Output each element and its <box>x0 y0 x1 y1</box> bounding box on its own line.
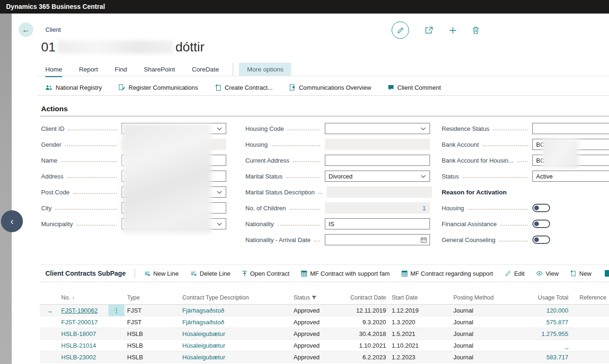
chevron-down-icon[interactable] <box>421 127 426 130</box>
section-separator <box>40 116 609 116</box>
expand-panel-button[interactable]: ‹ <box>1 210 23 232</box>
contract-no-link[interactable]: HSLB-18007 <box>61 330 96 337</box>
chevron-down-icon[interactable] <box>217 191 222 194</box>
contract-no-link[interactable]: FJST-190062 <box>61 307 98 314</box>
nationality-field[interactable]: IS <box>325 218 430 229</box>
delete-line-button[interactable]: Delete Line <box>190 270 230 277</box>
edit-list-button[interactable]: Edit <box>505 270 524 277</box>
cell-description-link[interactable]: Húsaleigubætur <box>182 342 225 349</box>
arrival-date-field[interactable] <box>325 234 430 245</box>
cell-type: FJST <box>124 307 182 314</box>
col-start-date[interactable]: Start Date <box>386 294 447 301</box>
cell-description-link[interactable]: Fjárhagsaðstoð <box>182 319 224 326</box>
table-row[interactable]: HSLB-18007 HSLB Húsaleigubætur Approved … <box>40 328 609 340</box>
cell-usage-total: _ <box>534 342 568 349</box>
chevron-down-icon[interactable] <box>421 175 426 178</box>
tab-sharepoint[interactable]: SharePoint <box>144 66 175 73</box>
create-contract-action[interactable]: Create Contract... <box>215 84 273 91</box>
cell-posting-method: Journal <box>447 342 534 349</box>
field-housing: Housing <box>245 139 430 150</box>
table-row[interactable]: HSLB-21014 HSLB Húsaleigubætur Approved … <box>40 340 609 351</box>
cell-usage-total: 120.000 <box>534 307 568 314</box>
tab-report[interactable]: Report <box>79 66 98 73</box>
col-type[interactable]: Type <box>124 294 182 301</box>
cell-description-link[interactable]: Fjárhagsaðstoð <box>182 307 224 314</box>
mf-contract-support-fam-button[interactable]: MF Contract with support fam <box>301 270 390 277</box>
communications-overview-action[interactable]: Communications Overview <box>289 84 371 91</box>
reason-for-activation-title: Reason for Activation <box>442 186 609 198</box>
no-of-children-field: 1 <box>325 202 430 214</box>
calendar-icon[interactable] <box>421 237 427 243</box>
trash-icon <box>473 27 479 34</box>
cell-contract-date: 1.10.2021 <box>346 342 386 349</box>
national-registry-action[interactable]: National Registry <box>45 84 102 91</box>
field-bank-account: Bank Account BC <box>442 139 609 150</box>
col-posting-method[interactable]: Posting Method <box>447 294 534 301</box>
cell-posting-method: Journal <box>447 307 534 314</box>
chevron-left-icon: ‹ <box>10 216 14 227</box>
col-contract-type-description[interactable]: Contract Type Description <box>182 294 294 301</box>
mf-contract-regarding-support-button[interactable]: MF Contract regarding support <box>401 270 493 277</box>
chevron-down-icon[interactable] <box>217 222 222 226</box>
filter-icon <box>312 296 316 300</box>
client-comment-action[interactable]: Client Comment <box>388 84 441 91</box>
table-row[interactable]: FJST-200017 FJST Fjárhagsaðstoð Approved… <box>40 316 609 328</box>
col-contract-date[interactable]: Contract Date <box>346 294 386 301</box>
cell-start-date: 1.5.2021 <box>386 330 447 337</box>
document-overview-icon <box>289 84 295 91</box>
left-collapsed-panel[interactable] <box>0 14 12 364</box>
delete-button[interactable] <box>473 27 479 34</box>
tab-home[interactable]: Home <box>45 66 62 73</box>
action-menu-bar: National Registry Register Communication… <box>45 80 441 94</box>
redacted-bank-data <box>542 138 579 168</box>
col-no[interactable]: No.↑ <box>61 294 108 301</box>
status-field[interactable]: Active <box>532 171 609 182</box>
table-row[interactable]: HSLB-23002 HSLB Húsaleigubætur Approved … <box>40 351 609 363</box>
contract-no-link[interactable]: FJST-200017 <box>61 319 98 326</box>
table-document-icon <box>301 271 307 277</box>
chevron-down-icon[interactable] <box>217 127 222 130</box>
col-usage-total[interactable]: Usage Total <box>534 294 568 301</box>
register-communications-action[interactable]: Register Communications <box>119 84 198 91</box>
table-row[interactable]: → FJST-190062 ⋮ FJST Fjárhagsaðstoð Appr… <box>40 305 609 316</box>
tab-coredate[interactable]: CoreDate <box>192 66 219 73</box>
form-column-2: Housing Code Housing Current Address Mar… <box>245 123 430 250</box>
open-contract-button[interactable]: Open Contract <box>242 270 290 277</box>
subpage-divider <box>135 268 135 278</box>
contract-no-link[interactable]: HSLB-21014 <box>61 342 96 349</box>
new-row-button[interactable]: New <box>570 270 591 277</box>
new-button[interactable] <box>449 27 457 34</box>
new-line-button[interactable]: New Line <box>144 270 179 277</box>
app-title-bar: Dynamics 365 Business Central <box>0 0 609 14</box>
back-button[interactable]: ← <box>19 22 33 37</box>
housing-toggle[interactable] <box>532 204 550 212</box>
more-options-tab[interactable]: More options <box>239 63 291 76</box>
cell-start-date: 1.12.2019 <box>386 307 447 314</box>
form-column-3: Residence Status Bank Account BC Bank Ac… <box>442 123 609 250</box>
col-status[interactable]: Status <box>294 294 346 301</box>
view-button[interactable]: View <box>536 270 559 277</box>
page-header-actions <box>392 21 479 39</box>
tab-find[interactable]: Find <box>115 66 127 73</box>
marital-status-combobox[interactable]: Divorced <box>325 171 430 182</box>
cell-type: FJST <box>124 319 182 326</box>
general-counseling-toggle[interactable] <box>532 236 550 244</box>
clipped-toolbar-icon[interactable] <box>605 270 609 277</box>
eye-icon <box>536 271 543 276</box>
col-reference[interactable]: Reference <box>568 294 609 301</box>
housing-code-combobox[interactable] <box>325 123 430 134</box>
client-contracts-table: No.↑ Type Contract Type Description Stat… <box>40 283 609 363</box>
edit-button[interactable] <box>392 21 409 39</box>
new-line-icon <box>144 271 150 277</box>
share-button[interactable] <box>425 26 433 34</box>
tab-divider <box>233 63 233 75</box>
pencil-icon <box>505 270 511 277</box>
contract-no-link[interactable]: HSLB-23002 <box>61 354 96 361</box>
residence-status-field[interactable] <box>532 123 609 134</box>
current-address-field[interactable] <box>325 155 430 166</box>
cell-description-link[interactable]: Húsaleigubætur <box>182 330 225 337</box>
row-options-button[interactable]: ⋮ <box>108 305 124 316</box>
cell-usage-total: 1.275.955 <box>534 330 568 337</box>
financial-assistance-toggle[interactable] <box>532 220 550 228</box>
cell-description-link[interactable]: Húsaleigubætur <box>182 354 225 361</box>
